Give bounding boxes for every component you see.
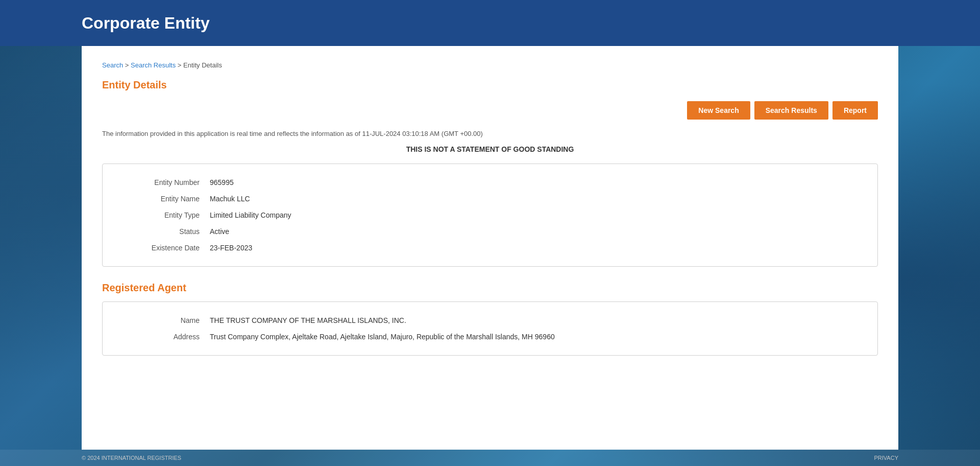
breadcrumb: Search > Search Results > Entity Details: [102, 61, 878, 69]
field-value: Machuk LLC: [210, 195, 862, 203]
page-footer: © 2024 INTERNATIONAL REGISTRIES PRIVACY: [0, 450, 980, 466]
field-value: Active: [210, 227, 862, 236]
search-results-button[interactable]: Search Results: [754, 101, 828, 120]
field-label: Entity Name: [118, 195, 210, 203]
field-label: Entity Number: [118, 178, 210, 187]
breadcrumb-search-link[interactable]: Search: [102, 61, 123, 69]
table-row: AddressTrust Company Complex, Ajeltake R…: [118, 329, 862, 345]
field-value: Limited Liability Company: [210, 211, 862, 219]
field-label: Status: [118, 227, 210, 236]
table-row: Existence Date23-FEB-2023: [118, 240, 862, 256]
breadcrumb-current: Entity Details: [183, 61, 222, 69]
registered-agent-box: NameTHE TRUST COMPANY OF THE MARSHALL IS…: [102, 301, 878, 356]
table-row: StatusActive: [118, 223, 862, 240]
field-label: Existence Date: [118, 244, 210, 252]
main-content: Search > Search Results > Entity Details…: [82, 46, 898, 450]
table-row: Entity NameMachuk LLC: [118, 191, 862, 207]
notice-text: THIS IS NOT A STATEMENT OF GOOD STANDING: [102, 145, 878, 153]
field-value: THE TRUST COMPANY OF THE MARSHALL ISLAND…: [210, 316, 862, 324]
entity-details-title: Entity Details: [102, 79, 878, 91]
table-row: NameTHE TRUST COMPANY OF THE MARSHALL IS…: [118, 312, 862, 329]
field-value: 23-FEB-2023: [210, 244, 862, 252]
action-buttons-group: New Search Search Results Report: [102, 101, 878, 120]
entity-details-box: Entity Number965995Entity NameMachuk LLC…: [102, 164, 878, 267]
field-label: Address: [118, 333, 210, 341]
footer-privacy-link[interactable]: PRIVACY: [874, 455, 898, 461]
info-text: The information provided in this applica…: [102, 130, 878, 137]
field-label: Name: [118, 316, 210, 324]
page-title: Corporate Entity: [82, 14, 210, 33]
new-search-button[interactable]: New Search: [687, 101, 750, 120]
page-wrapper: Corporate Entity Search > Search Results…: [0, 0, 980, 466]
field-value: 965995: [210, 178, 862, 187]
report-button[interactable]: Report: [832, 101, 878, 120]
table-row: Entity TypeLimited Liability Company: [118, 207, 862, 223]
breadcrumb-separator-1: >: [125, 61, 131, 69]
breadcrumb-search-results-link[interactable]: Search Results: [131, 61, 176, 69]
breadcrumb-separator-2: >: [178, 61, 183, 69]
page-header: Corporate Entity: [0, 0, 980, 46]
table-row: Entity Number965995: [118, 174, 862, 191]
footer-copyright: © 2024 INTERNATIONAL REGISTRIES: [82, 455, 181, 461]
registered-agent-title: Registered Agent: [102, 282, 878, 294]
field-value: Trust Company Complex, Ajeltake Road, Aj…: [210, 333, 862, 341]
field-label: Entity Type: [118, 211, 210, 219]
